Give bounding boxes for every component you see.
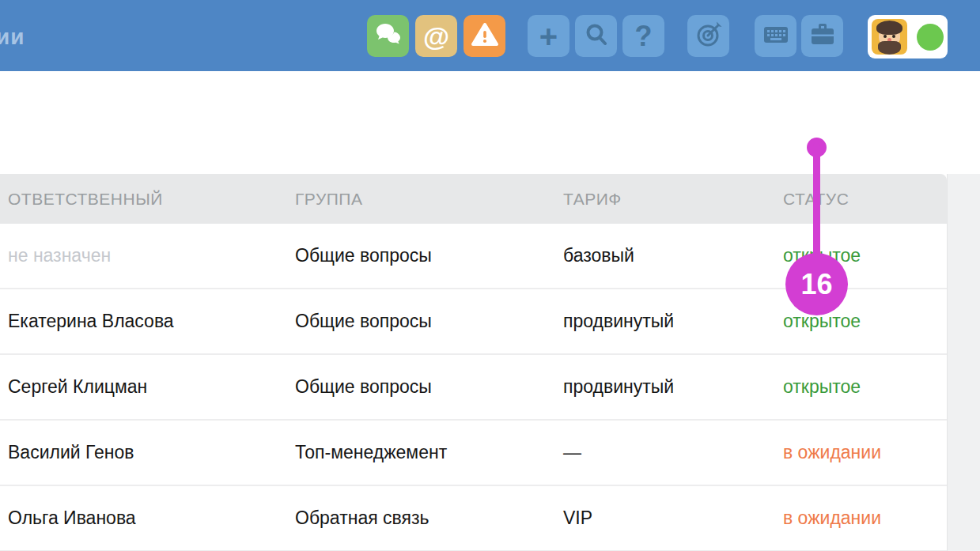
question-icon: ? [635,22,653,51]
column-header-tariff[interactable]: ТАРИФ [563,190,783,209]
target-dart-icon [695,21,722,51]
cell-tariff: — [563,442,783,463]
online-status-dot[interactable] [917,24,944,51]
cell-tariff: базовый [563,245,783,266]
cell-group: Общие вопросы [295,376,563,398]
cell-assignee: не назначен [8,245,295,266]
list-toolbar: сортировать по: времени последнего ответ… [0,71,980,174]
table-header-row: ОТВЕТСТВЕННЫЙ ГРУППА ТАРИФ СТАТУС [0,174,947,224]
cell-group: Обратная связь [295,508,563,529]
cell-group: Общие вопросы [295,311,563,332]
helpdesk-app: ии @ + [0,0,980,551]
column-header-assignee[interactable]: ОТВЕТСТВЕННЫЙ [8,190,295,209]
cell-status: в ожидании [783,442,947,463]
annotation-number: 16 [800,268,832,301]
speech-bubbles-icon [374,21,403,51]
column-header-group[interactable]: ГРУППА [295,190,563,209]
create-ticket-button[interactable]: + [528,15,569,57]
avatar [872,19,907,55]
plus-icon: + [539,21,558,52]
cell-group: Топ-менеджемент [295,442,563,463]
goals-button[interactable] [687,15,729,57]
at-sign-icon: @ [423,23,449,50]
table-row[interactable]: Сергей Клицман Общие вопросы продвинутый… [0,355,947,421]
partial-nav-label[interactable]: ии [0,25,25,50]
cell-group: Общие вопросы [295,245,563,266]
keyboard-icon [762,21,789,51]
cell-assignee: Ольга Иванова [8,508,295,529]
search-button[interactable] [575,15,617,57]
cell-assignee: Екатерина Власова [8,311,295,332]
briefcase-icon [809,21,836,51]
page-background-strip [947,174,980,551]
search-icon [584,22,609,51]
user-menu[interactable] [868,15,948,58]
cell-status: открытое [783,376,947,398]
cell-tariff: продвинутый [563,376,783,398]
mentions-button[interactable]: @ [415,15,457,57]
column-header-status[interactable]: СТАТУС [783,190,947,209]
annotation-pointer-line [813,143,820,270]
cell-assignee: Василий Генов [8,442,295,463]
top-navigation-bar: ии @ + [0,0,980,71]
cell-assignee: Сергей Клицман [8,376,295,398]
table-row[interactable]: Ольга Иванова Обратная связь VIP в ожида… [0,486,947,551]
warning-triangle-icon [471,22,499,51]
tickets-table: ОТВЕТСТВЕННЫЙ ГРУППА ТАРИФ СТАТУС не наз… [0,174,947,551]
cell-tariff: продвинутый [563,311,783,332]
table-row[interactable]: Василий Генов Топ-менеджемент — в ожидан… [0,421,947,486]
chat-notifications-button[interactable] [367,15,409,57]
cell-tariff: VIP [563,508,783,529]
alerts-button[interactable] [464,15,505,57]
annotation-marker-16: 16 [785,253,848,315]
tools-button[interactable] [801,15,843,57]
help-button[interactable]: ? [622,15,664,57]
keyboard-shortcuts-button[interactable] [755,15,796,57]
cell-status: в ожидании [783,508,947,529]
